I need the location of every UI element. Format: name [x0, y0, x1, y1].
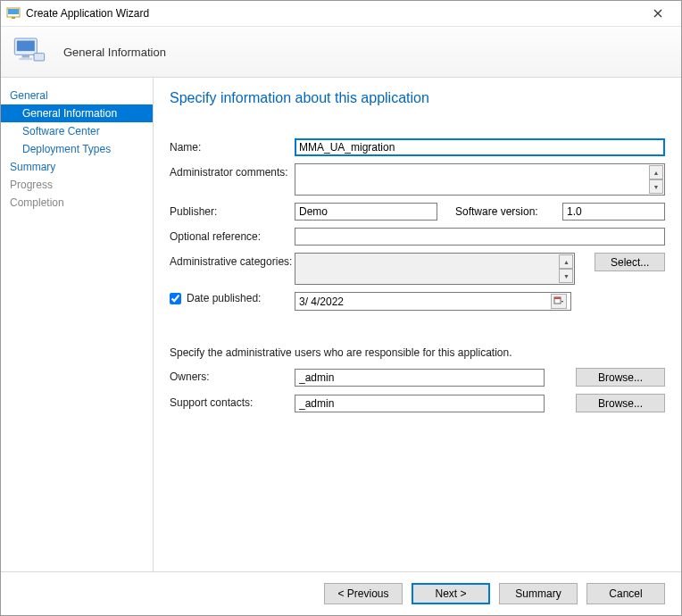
nav-group-summary[interactable]: Summary	[1, 158, 153, 176]
admin-categories-box[interactable]: ▲ ▼	[295, 253, 575, 285]
browse-support-button[interactable]: Browse...	[576, 394, 665, 412]
label-date-published: Date published:	[187, 292, 261, 304]
svg-rect-5	[22, 54, 29, 57]
svg-rect-7	[34, 54, 45, 61]
svg-rect-2	[12, 17, 15, 19]
svg-rect-9	[554, 297, 561, 299]
computer-icon	[12, 34, 47, 70]
select-categories-button[interactable]: Select...	[595, 253, 665, 271]
scroll-up-icon[interactable]: ▲	[559, 254, 573, 269]
date-published-check-input[interactable]	[170, 293, 181, 304]
comments-scroll[interactable]: ▲ ▼	[649, 165, 663, 194]
cancel-button[interactable]: Cancel	[586, 583, 665, 604]
date-published-picker[interactable]: 3/ 4/2022	[295, 292, 571, 311]
support-contacts-input[interactable]	[295, 395, 545, 412]
nav-item-software-center[interactable]: Software Center	[1, 122, 153, 140]
banner: General Information	[1, 27, 681, 78]
wizard-window: Create Application Wizard General Inform…	[0, 0, 682, 616]
date-published-value: 3/ 4/2022	[299, 296, 344, 308]
nav-item-general-information[interactable]: General Information	[1, 104, 153, 122]
svg-rect-4	[17, 41, 35, 52]
form-area: Name: Administrator comments: ▲ ▼	[170, 138, 665, 561]
banner-title: General Information	[63, 46, 166, 59]
label-owners: Owners:	[170, 368, 295, 383]
previous-button[interactable]: < Previous	[324, 583, 403, 604]
body: General General Information Software Cen…	[1, 78, 681, 571]
date-published-checkbox[interactable]: Date published:	[170, 292, 261, 304]
scroll-up-icon[interactable]: ▲	[649, 165, 663, 179]
label-software-version: Software version:	[446, 205, 553, 218]
titlebar: Create Application Wizard	[1, 1, 681, 27]
software-version-input[interactable]	[562, 203, 665, 221]
optional-reference-input[interactable]	[295, 228, 665, 246]
content-pane: Specify information about this applicati…	[153, 78, 681, 571]
svg-rect-1	[8, 9, 19, 14]
owners-input[interactable]	[295, 369, 545, 387]
nav-item-deployment-types[interactable]: Deployment Types	[1, 140, 153, 158]
close-button[interactable]	[640, 1, 676, 26]
window-title: Create Application Wizard	[26, 7, 640, 20]
label-support-contacts: Support contacts:	[170, 394, 295, 409]
subheading-admin-users: Specify the administrative users who are…	[170, 346, 665, 359]
browse-owners-button[interactable]: Browse...	[576, 368, 665, 387]
label-publisher: Publisher:	[170, 203, 295, 218]
label-admin-comments: Administrator comments:	[170, 163, 295, 179]
label-optional-reference: Optional reference:	[170, 228, 295, 243]
publisher-input[interactable]	[295, 203, 437, 221]
svg-rect-6	[19, 58, 32, 61]
nav-group-progress: Progress	[1, 176, 153, 194]
label-admin-categories: Administrative categories:	[170, 253, 295, 268]
summary-button[interactable]: Summary	[499, 583, 578, 604]
page-heading: Specify information about this applicati…	[170, 90, 665, 106]
nav-tree: General General Information Software Cen…	[1, 78, 153, 571]
app-icon	[6, 6, 21, 21]
scroll-down-icon[interactable]: ▼	[559, 269, 573, 283]
scroll-down-icon[interactable]: ▼	[649, 179, 663, 194]
calendar-dropdown-icon	[553, 296, 564, 307]
nav-group-general[interactable]: General	[1, 87, 153, 104]
name-input[interactable]	[295, 138, 665, 156]
next-button[interactable]: Next >	[412, 583, 490, 604]
label-name: Name:	[170, 138, 295, 154]
date-dropdown-button[interactable]	[551, 294, 567, 309]
close-icon	[653, 9, 662, 18]
nav-group-completion: Completion	[1, 194, 153, 212]
admin-comments-input[interactable]: ▲ ▼	[295, 163, 665, 196]
categories-scroll[interactable]: ▲ ▼	[559, 254, 573, 283]
wizard-footer: < Previous Next > Summary Cancel	[1, 571, 681, 615]
